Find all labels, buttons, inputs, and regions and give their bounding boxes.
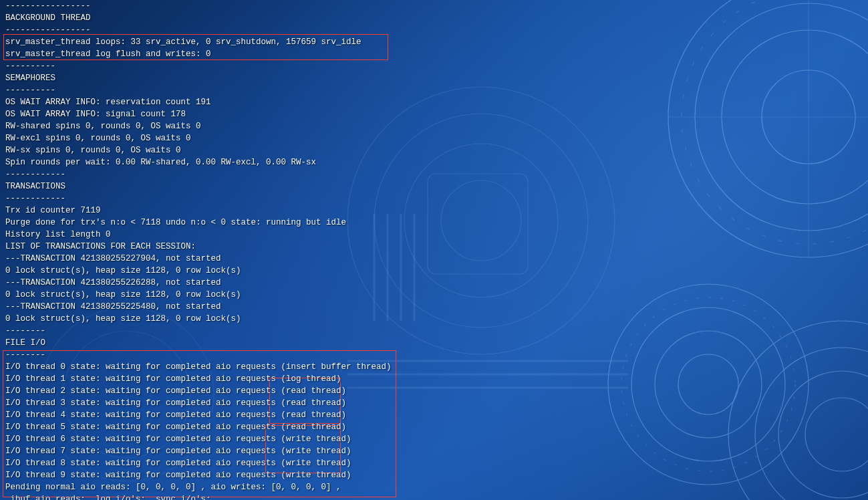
output-line-39: I/O thread 9 state: waiting for complete… bbox=[5, 469, 863, 481]
output-line-24: 0 lock struct(s), heap size 1128, 0 row … bbox=[5, 289, 863, 301]
output-line-19: History list length 0 bbox=[5, 229, 863, 241]
output-line-30: I/O thread 0 state: waiting for complete… bbox=[5, 361, 863, 373]
output-line-17: Trx id counter 7119 bbox=[5, 205, 863, 217]
output-line-29: -------- bbox=[5, 349, 863, 361]
output-line-22: 0 lock struct(s), heap size 1128, 0 row … bbox=[5, 265, 863, 277]
output-line-35: I/O thread 5 state: waiting for complete… bbox=[5, 421, 863, 433]
output-line-8: OS WAIT ARRAY INFO: reservation count 19… bbox=[5, 96, 863, 108]
output-line-5: ---------- bbox=[5, 60, 863, 72]
output-line-13: Spin rounds per wait: 0.00 RW-shared, 0.… bbox=[5, 156, 863, 168]
output-line-6: SEMAPHORES bbox=[5, 72, 863, 84]
output-line-28: FILE I/O bbox=[5, 337, 863, 349]
output-line-25: ---TRANSACTION 421380255225480, not star… bbox=[5, 301, 863, 313]
output-line-11: RW-excl spins 0, rounds 0, OS waits 0 bbox=[5, 132, 863, 144]
output-line-31: I/O thread 1 state: waiting for complete… bbox=[5, 373, 863, 385]
output-line-36: I/O thread 6 state: waiting for complete… bbox=[5, 433, 863, 445]
output-line-3: srv_master_thread loops: 33 srv_active, … bbox=[5, 36, 863, 48]
output-line-2: ----------------- bbox=[5, 24, 863, 36]
innodb-status-output: -----------------BACKGROUND THREAD------… bbox=[0, 0, 868, 500]
output-line-0: ----------------- bbox=[5, 0, 863, 12]
output-line-15: TRANSACTIONS bbox=[5, 180, 863, 193]
output-line-37: I/O thread 7 state: waiting for complete… bbox=[5, 445, 863, 457]
output-line-34: I/O thread 4 state: waiting for complete… bbox=[5, 409, 863, 421]
output-line-10: RW-shared spins 0, rounds 0, OS waits 0 bbox=[5, 120, 863, 132]
output-line-33: I/O thread 3 state: waiting for complete… bbox=[5, 397, 863, 409]
output-line-16: ------------ bbox=[5, 193, 863, 205]
output-line-38: I/O thread 8 state: waiting for complete… bbox=[5, 457, 863, 469]
output-line-21: ---TRANSACTION 421380255227904, not star… bbox=[5, 253, 863, 265]
output-line-18: Purge done for trx's n:o < 7118 undo n:o… bbox=[5, 217, 863, 229]
output-line-23: ---TRANSACTION 421380255226288, not star… bbox=[5, 277, 863, 289]
output-line-14: ------------ bbox=[5, 168, 863, 180]
output-line-20: LIST OF TRANSACTIONS FOR EACH SESSION: bbox=[5, 241, 863, 253]
output-line-9: OS WAIT ARRAY INFO: signal count 178 bbox=[5, 108, 863, 120]
output-line-27: -------- bbox=[5, 325, 863, 337]
output-line-40: Pending normal aio reads: [0, 0, 0, 0] ,… bbox=[5, 481, 863, 493]
output-line-1: BACKGROUND THREAD bbox=[5, 12, 863, 24]
output-line-7: ---------- bbox=[5, 84, 863, 96]
output-line-4: srv_master_thread log flush and writes: … bbox=[5, 48, 863, 60]
output-line-12: RW-sx spins 0, rounds 0, OS waits 0 bbox=[5, 144, 863, 156]
output-line-32: I/O thread 2 state: waiting for complete… bbox=[5, 385, 863, 397]
output-line-41: ibuf aio reads:, log i/o's:, sync i/o's: bbox=[5, 493, 863, 500]
output-line-26: 0 lock struct(s), heap size 1128, 0 row … bbox=[5, 313, 863, 325]
